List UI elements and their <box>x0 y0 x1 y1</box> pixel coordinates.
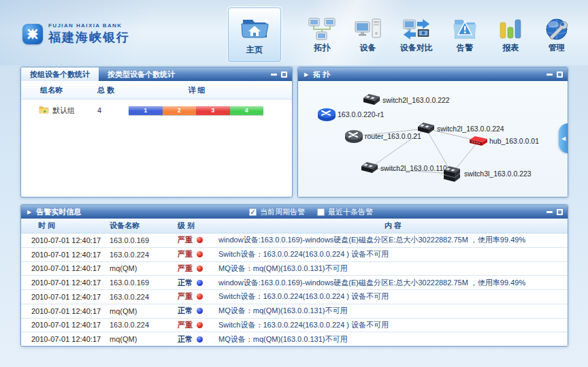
svg-text:163.0.0.220-r1: 163.0.0.220-r1 <box>338 110 384 118</box>
alarm-level-text: 严重 <box>178 249 193 259</box>
alarm-level-text: 正常 <box>178 306 193 316</box>
maximize-icon[interactable] <box>281 71 287 78</box>
alarm-device: 163.0.0.169 <box>110 278 178 287</box>
alarm-device: mq(QM) <box>110 264 178 272</box>
alarm-level-text: 严重 <box>178 235 193 245</box>
filter-last-ten[interactable]: 最近十条告警 <box>317 207 373 217</box>
device-compare-icon <box>402 16 431 42</box>
nav-item-devices[interactable]: 设备 <box>345 10 390 63</box>
nav-item-label: 拓扑 <box>314 42 330 54</box>
status-sphere-icon <box>197 266 203 272</box>
column-group-name: 组名称 <box>21 85 97 95</box>
nav-item-device-compare[interactable]: 设备对比 <box>391 10 442 63</box>
alarm-content: Switch设备：163.0.0.224(163.0.0.224 ) 设备不可用 <box>218 249 568 259</box>
nav-home-label: 主页 <box>246 44 263 56</box>
nav-item-alarm[interactable]: 告警 <box>442 10 487 63</box>
bank-logo-icon <box>22 24 43 44</box>
alarm-level: 正常 <box>178 306 218 316</box>
alarm-table-header: 时 间 设备名称 级 别 内 容 <box>21 219 568 234</box>
nav-item-topology[interactable]: 拓扑 <box>299 10 344 63</box>
alarm-device: 163.0.0.224 <box>110 293 178 301</box>
tab-type-stats[interactable]: 按类型设备个数统计 <box>99 67 184 81</box>
topology-panel: ▶ 拓 扑 switch2l_163.0.0.222163.0.0.220-r1… <box>297 67 568 197</box>
panel-collapse-handle[interactable]: ◀ <box>559 123 568 153</box>
alarm-time: 2010-07-01 12:40:17 <box>21 335 110 343</box>
panel-arrow-icon: ▶ <box>304 71 308 78</box>
device-count-bar: 1234 <box>129 106 263 115</box>
alarm-row[interactable]: 2010-07-01 12:40:17mq(QM)正常MQ设备：mq(QM)(1… <box>21 332 568 346</box>
filter-current-cycle[interactable]: ✓ 当前周期告警 <box>249 207 305 217</box>
tab-group-stats[interactable]: 按组设备个数统计 <box>21 67 99 81</box>
topology-canvas: switch2l_163.0.0.222163.0.0.220-r1router… <box>298 81 568 197</box>
alarm-level-text: 正常 <box>178 278 193 288</box>
nav-item-label: 告警 <box>457 42 473 54</box>
checkbox-last-ten[interactable] <box>317 208 325 216</box>
minimize-icon[interactable] <box>546 211 553 213</box>
status-sphere-icon <box>197 293 203 300</box>
svg-text:switch3l_163.0.0.223: switch3l_163.0.0.223 <box>464 170 532 178</box>
nav-item-label: 设备 <box>360 42 376 54</box>
alarm-row[interactable]: 2010-07-01 12:40:17163.0.0.224严重Switch设备… <box>21 319 568 333</box>
maximize-icon[interactable] <box>557 209 563 215</box>
topology-node-sw224[interactable]: switch2l_163.0.0.224 <box>418 123 504 133</box>
minimize-icon[interactable] <box>546 74 553 76</box>
alarm-row[interactable]: 2010-07-01 12:40:17163.0.0.224严重Switch设备… <box>21 248 568 262</box>
bank-name-zh: 福建海峡银行 <box>48 29 130 46</box>
nav-item-label: 管理 <box>549 42 565 54</box>
svg-text:switch2l_163.0.0.222: switch2l_163.0.0.222 <box>382 96 450 104</box>
status-sphere-icon <box>197 322 203 328</box>
alarm-row[interactable]: 2010-07-01 12:40:17mq(QM)正常MQ设备：mq(QM)(1… <box>21 304 568 319</box>
topology-node-r220[interactable]: 163.0.0.220-r1 <box>318 108 384 121</box>
alarm-content: window设备:163.0.0.169)-windows硬盘(E)磁盘分区E:… <box>218 235 568 245</box>
maximize-icon[interactable] <box>557 71 563 78</box>
status-sphere-icon <box>197 237 203 243</box>
alarm-level: 严重 <box>178 264 218 274</box>
status-sphere-icon <box>197 308 203 314</box>
alarm-content: window设备:163.0.0.169)-windows硬盘(E)磁盘分区E:… <box>218 278 568 288</box>
alarm-header: ▶ 告警实时信息 ✓ 当前周期告警 最近十条告警 <box>21 205 568 219</box>
topology-node-hub01[interactable]: hub_163.0.0.01 <box>470 136 539 146</box>
group-name: 默认组 <box>52 106 75 116</box>
status-sphere-icon <box>197 251 203 257</box>
nav-item-report[interactable]: 报表 <box>488 10 533 63</box>
group-total: 4 <box>97 106 129 114</box>
topology-node-sw222[interactable]: switch2l_163.0.0.222 <box>363 94 450 105</box>
alarm-content: Switch设备：163.0.0.224(163.0.0.224 ) 设备不可用 <box>218 291 568 302</box>
alarm-row[interactable]: 2010-07-01 12:40:17163.0.0.169正常window设备… <box>21 276 568 290</box>
alarm-time: 2010-07-01 12:40:17 <box>21 251 110 259</box>
alarm-row[interactable]: 2010-07-01 12:40:17163.0.0.224严重Switch设备… <box>21 290 568 304</box>
alarm-row[interactable]: 2010-07-01 12:40:17mq(QM)严重MQ设备：mq(QM)(1… <box>21 262 568 276</box>
bar-segment: 2 <box>163 106 197 115</box>
alarm-level: 正常 <box>178 334 218 345</box>
bar-segment: 4 <box>230 106 264 115</box>
nav-item-management[interactable]: 管理 <box>534 10 579 63</box>
checkbox-current-cycle[interactable]: ✓ <box>249 208 257 216</box>
alarm-time: 2010-07-01 12:40:17 <box>21 307 110 315</box>
filter-label: 当前周期告警 <box>260 207 305 217</box>
bar-segment: 3 <box>196 106 230 115</box>
group-stats-header: 按组设备个数统计 按类型设备个数统计 <box>21 67 292 81</box>
alarm-level-text: 严重 <box>178 264 193 274</box>
alarm-device: 163.0.0.224 <box>110 251 178 259</box>
topology-icon <box>308 16 336 42</box>
topology-body: switch2l_163.0.0.222163.0.0.220-r1router… <box>298 81 568 197</box>
alarm-table-body: 2010-07-01 12:40:17163.0.0.169严重window设备… <box>21 234 568 346</box>
nav-items: 拓扑设备设备对比告警报表管理 <box>299 10 580 63</box>
topology-node-r21[interactable]: router_163.0.0.21 <box>345 130 421 143</box>
alarm-row[interactable]: 2010-07-01 12:40:17163.0.0.169严重window设备… <box>21 234 568 248</box>
group-row[interactable]: 默认组41234 <box>21 99 292 121</box>
group-folder-icon <box>39 106 49 115</box>
nav-home-button[interactable]: 主页 <box>228 7 281 62</box>
group-table-header: 组名称 总 数 详 细 <box>21 81 292 99</box>
status-sphere-icon <box>197 336 203 342</box>
alarm-title: 告警实时信息 <box>36 207 81 217</box>
alarm-device: 163.0.0.169 <box>110 236 178 244</box>
svg-text:switch2l_163.0.0.110: switch2l_163.0.0.110 <box>380 164 447 172</box>
topology-node-sw110[interactable]: switch2l_163.0.0.110 <box>361 162 447 173</box>
topology-node-sw223[interactable]: switch3l_163.0.0.223 <box>444 166 532 182</box>
minimize-icon[interactable] <box>271 74 277 76</box>
alarm-level-text: 严重 <box>178 291 193 302</box>
nav-item-label: 设备对比 <box>400 42 433 54</box>
svg-text:switch2l_163.0.0.224: switch2l_163.0.0.224 <box>437 125 504 133</box>
column-time: 时 间 <box>21 221 110 231</box>
